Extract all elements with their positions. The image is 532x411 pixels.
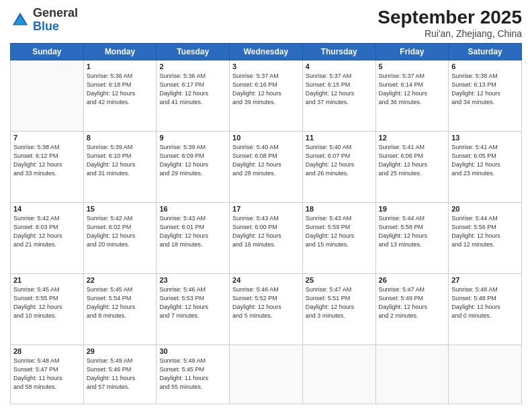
weekday-header: Sunday <box>11 44 84 60</box>
calendar-cell: 9Sunrise: 5:39 AM Sunset: 6:09 PM Daylig… <box>157 131 230 202</box>
day-info: Sunrise: 5:46 AM Sunset: 5:53 PM Dayligh… <box>159 285 226 320</box>
day-info: Sunrise: 5:41 AM Sunset: 6:06 PM Dayligh… <box>379 143 446 178</box>
day-number: 15 <box>87 205 154 213</box>
calendar-cell: 29Sunrise: 5:49 AM Sunset: 5:46 PM Dayli… <box>83 345 157 404</box>
logo-blue: Blue <box>33 20 78 34</box>
day-info: Sunrise: 5:37 AM Sunset: 6:16 PM Dayligh… <box>232 72 300 107</box>
day-number: 12 <box>379 134 446 142</box>
calendar-cell: 14Sunrise: 5:42 AM Sunset: 6:03 PM Dayli… <box>11 202 84 273</box>
logo-text: General Blue <box>33 7 78 34</box>
day-info: Sunrise: 5:36 AM Sunset: 6:18 PM Dayligh… <box>87 72 154 107</box>
day-number: 7 <box>13 134 81 142</box>
logo-general: General <box>33 7 78 20</box>
day-number: 21 <box>13 276 81 284</box>
calendar-cell: 18Sunrise: 5:43 AM Sunset: 5:59 PM Dayli… <box>302 202 375 273</box>
weekday-header: Tuesday <box>157 44 230 60</box>
day-info: Sunrise: 5:37 AM Sunset: 6:15 PM Dayligh… <box>306 72 373 107</box>
day-info: Sunrise: 5:40 AM Sunset: 6:08 PM Dayligh… <box>232 143 300 178</box>
day-number: 8 <box>87 134 154 142</box>
day-info: Sunrise: 5:38 AM Sunset: 6:13 PM Dayligh… <box>451 72 519 107</box>
calendar-cell: 25Sunrise: 5:47 AM Sunset: 5:51 PM Dayli… <box>302 273 375 345</box>
day-number: 3 <box>232 62 300 71</box>
day-info: Sunrise: 5:46 AM Sunset: 5:52 PM Dayligh… <box>232 285 300 320</box>
page: General Blue September 2025 Rui'an, Zhej… <box>0 0 532 411</box>
day-info: Sunrise: 5:36 AM Sunset: 6:17 PM Dayligh… <box>159 72 226 107</box>
calendar-cell: 27Sunrise: 5:48 AM Sunset: 5:48 PM Dayli… <box>449 273 522 345</box>
calendar: SundayMondayTuesdayWednesdayThursdayFrid… <box>10 43 522 404</box>
day-info: Sunrise: 5:43 AM Sunset: 6:00 PM Dayligh… <box>232 214 300 249</box>
calendar-cell: 11Sunrise: 5:40 AM Sunset: 6:07 PM Dayli… <box>302 131 375 202</box>
day-number: 26 <box>379 276 446 284</box>
calendar-cell: 2Sunrise: 5:36 AM Sunset: 6:17 PM Daylig… <box>157 60 230 132</box>
day-number: 11 <box>306 134 373 142</box>
day-number: 27 <box>451 276 519 284</box>
calendar-cell: 22Sunrise: 5:45 AM Sunset: 5:54 PM Dayli… <box>83 273 157 345</box>
calendar-cell <box>11 60 84 132</box>
day-info: Sunrise: 5:48 AM Sunset: 5:48 PM Dayligh… <box>451 285 519 320</box>
day-info: Sunrise: 5:43 AM Sunset: 6:01 PM Dayligh… <box>159 214 226 249</box>
day-number: 30 <box>159 347 226 355</box>
calendar-cell: 7Sunrise: 5:38 AM Sunset: 6:12 PM Daylig… <box>11 131 84 202</box>
weekday-header: Thursday <box>302 44 375 60</box>
calendar-cell: 16Sunrise: 5:43 AM Sunset: 6:01 PM Dayli… <box>157 202 230 273</box>
logo: General Blue <box>10 7 78 34</box>
calendar-cell <box>302 345 375 404</box>
weekday-header: Wednesday <box>230 44 303 60</box>
calendar-cell: 17Sunrise: 5:43 AM Sunset: 6:00 PM Dayli… <box>230 202 303 273</box>
title-block: September 2025 Rui'an, Zhejiang, China <box>378 7 522 39</box>
day-info: Sunrise: 5:42 AM Sunset: 6:02 PM Dayligh… <box>87 214 154 249</box>
day-number: 4 <box>306 62 373 71</box>
subtitle: Rui'an, Zhejiang, China <box>378 28 522 39</box>
day-number: 18 <box>306 205 373 213</box>
day-number: 14 <box>13 205 81 213</box>
calendar-cell: 3Sunrise: 5:37 AM Sunset: 6:16 PM Daylig… <box>230 60 303 132</box>
calendar-cell: 15Sunrise: 5:42 AM Sunset: 6:02 PM Dayli… <box>83 202 157 273</box>
calendar-cell: 4Sunrise: 5:37 AM Sunset: 6:15 PM Daylig… <box>302 60 375 132</box>
day-info: Sunrise: 5:47 AM Sunset: 5:49 PM Dayligh… <box>379 285 446 320</box>
day-info: Sunrise: 5:44 AM Sunset: 5:56 PM Dayligh… <box>451 214 519 249</box>
calendar-cell: 24Sunrise: 5:46 AM Sunset: 5:52 PM Dayli… <box>230 273 303 345</box>
calendar-cell: 12Sunrise: 5:41 AM Sunset: 6:06 PM Dayli… <box>375 131 449 202</box>
day-number: 28 <box>13 347 81 355</box>
day-info: Sunrise: 5:49 AM Sunset: 5:46 PM Dayligh… <box>87 357 154 392</box>
day-number: 5 <box>379 62 446 71</box>
calendar-cell <box>449 345 522 404</box>
day-info: Sunrise: 5:49 AM Sunset: 5:45 PM Dayligh… <box>159 357 226 392</box>
day-number: 25 <box>306 276 373 284</box>
day-info: Sunrise: 5:43 AM Sunset: 5:59 PM Dayligh… <box>306 214 373 249</box>
day-number: 9 <box>159 134 226 142</box>
day-info: Sunrise: 5:48 AM Sunset: 5:47 PM Dayligh… <box>13 357 81 392</box>
weekday-header: Friday <box>375 44 449 60</box>
day-number: 6 <box>451 62 519 71</box>
day-number: 10 <box>232 134 300 142</box>
day-number: 23 <box>159 276 226 284</box>
weekday-header: Monday <box>83 44 157 60</box>
day-number: 24 <box>232 276 300 284</box>
calendar-cell: 13Sunrise: 5:41 AM Sunset: 6:05 PM Dayli… <box>449 131 522 202</box>
calendar-cell: 8Sunrise: 5:39 AM Sunset: 6:10 PM Daylig… <box>83 131 157 202</box>
day-number: 1 <box>87 62 154 71</box>
day-number: 16 <box>159 205 226 213</box>
month-title: September 2025 <box>378 7 522 28</box>
day-number: 29 <box>87 347 154 355</box>
day-info: Sunrise: 5:39 AM Sunset: 6:09 PM Dayligh… <box>159 143 226 178</box>
day-info: Sunrise: 5:47 AM Sunset: 5:51 PM Dayligh… <box>306 285 373 320</box>
calendar-cell: 5Sunrise: 5:37 AM Sunset: 6:14 PM Daylig… <box>375 60 449 132</box>
calendar-cell: 23Sunrise: 5:46 AM Sunset: 5:53 PM Dayli… <box>157 273 230 345</box>
calendar-cell: 20Sunrise: 5:44 AM Sunset: 5:56 PM Dayli… <box>449 202 522 273</box>
day-info: Sunrise: 5:45 AM Sunset: 5:54 PM Dayligh… <box>87 285 154 320</box>
logo-icon <box>10 10 30 30</box>
calendar-cell: 1Sunrise: 5:36 AM Sunset: 6:18 PM Daylig… <box>83 60 157 132</box>
calendar-cell: 19Sunrise: 5:44 AM Sunset: 5:58 PM Dayli… <box>375 202 449 273</box>
calendar-cell: 30Sunrise: 5:49 AM Sunset: 5:45 PM Dayli… <box>157 345 230 404</box>
day-number: 20 <box>451 205 519 213</box>
day-info: Sunrise: 5:38 AM Sunset: 6:12 PM Dayligh… <box>13 143 81 178</box>
calendar-cell: 28Sunrise: 5:48 AM Sunset: 5:47 PM Dayli… <box>11 345 84 404</box>
weekday-header: Saturday <box>449 44 522 60</box>
calendar-cell: 6Sunrise: 5:38 AM Sunset: 6:13 PM Daylig… <box>449 60 522 132</box>
day-number: 22 <box>87 276 154 284</box>
calendar-cell: 26Sunrise: 5:47 AM Sunset: 5:49 PM Dayli… <box>375 273 449 345</box>
day-info: Sunrise: 5:37 AM Sunset: 6:14 PM Dayligh… <box>379 72 446 107</box>
day-number: 13 <box>451 134 519 142</box>
day-info: Sunrise: 5:44 AM Sunset: 5:58 PM Dayligh… <box>379 214 446 249</box>
